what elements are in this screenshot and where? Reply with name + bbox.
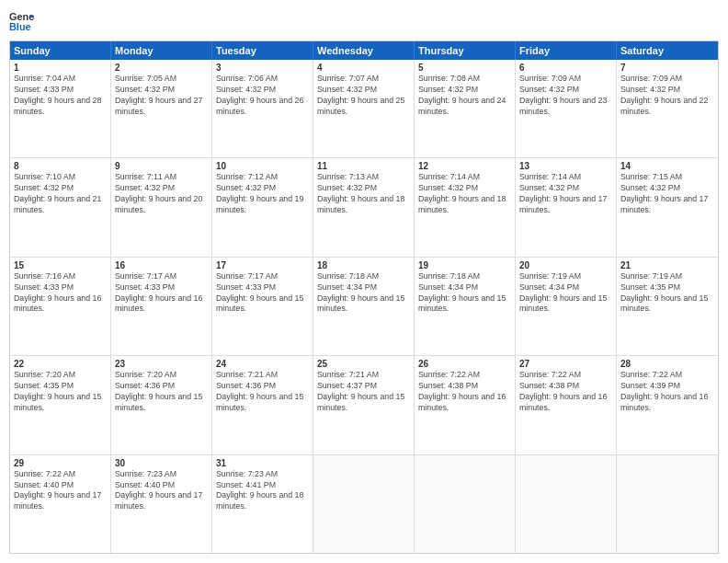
day-number: 22 [14, 359, 107, 369]
calendar-cell: 15 Sunrise: 7:16 AMSunset: 4:33 PMDaylig… [10, 258, 111, 355]
calendar-cell: 14 Sunrise: 7:15 AMSunset: 4:32 PMDaylig… [617, 158, 718, 256]
calendar-cell: 29 Sunrise: 7:22 AMSunset: 4:40 PMDaylig… [10, 455, 111, 553]
cell-info: Sunrise: 7:06 AMSunset: 4:32 PMDaylight:… [216, 74, 309, 118]
cell-info: Sunrise: 7:18 AMSunset: 4:34 PMDaylight:… [317, 271, 410, 316]
day-number: 17 [216, 260, 309, 270]
cell-info: Sunrise: 7:07 AMSunset: 4:32 PMDaylight:… [317, 74, 410, 118]
cell-info: Sunrise: 7:16 AMSunset: 4:33 PMDaylight:… [14, 271, 107, 316]
day-number: 6 [519, 63, 612, 73]
day-number: 14 [620, 161, 714, 171]
day-number: 2 [115, 63, 208, 73]
day-number: 28 [620, 359, 714, 369]
day-number: 31 [216, 458, 309, 468]
calendar-cell: 16 Sunrise: 7:17 AMSunset: 4:33 PMDaylig… [111, 258, 212, 355]
calendar-row: 1 Sunrise: 7:04 AMSunset: 4:33 PMDayligh… [10, 60, 718, 157]
day-number: 12 [418, 161, 511, 171]
calendar-cell: 22 Sunrise: 7:20 AMSunset: 4:35 PMDaylig… [10, 356, 111, 454]
cell-info: Sunrise: 7:23 AMSunset: 4:40 PMDaylight:… [115, 469, 208, 513]
day-number: 11 [317, 161, 410, 171]
calendar-cell: 25 Sunrise: 7:21 AMSunset: 4:37 PMDaylig… [313, 356, 415, 454]
cell-info: Sunrise: 7:04 AMSunset: 4:33 PMDaylight:… [14, 74, 107, 118]
calendar-row: 8 Sunrise: 7:10 AMSunset: 4:32 PMDayligh… [10, 157, 718, 256]
day-number: 16 [115, 260, 208, 270]
calendar-cell: 4 Sunrise: 7:07 AMSunset: 4:32 PMDayligh… [313, 60, 415, 157]
day-number: 1 [14, 63, 107, 73]
cell-info: Sunrise: 7:21 AMSunset: 4:37 PMDaylight:… [317, 370, 410, 414]
calendar-row: 15 Sunrise: 7:16 AMSunset: 4:33 PMDaylig… [10, 257, 718, 355]
day-number: 15 [14, 260, 107, 270]
day-number: 20 [519, 260, 612, 270]
calendar-cell: 1 Sunrise: 7:04 AMSunset: 4:33 PMDayligh… [10, 60, 111, 157]
calendar-row: 29 Sunrise: 7:22 AMSunset: 4:40 PMDaylig… [10, 454, 718, 553]
logo: General Blue [9, 9, 35, 35]
cell-info: Sunrise: 7:23 AMSunset: 4:41 PMDaylight:… [216, 469, 309, 513]
cell-info: Sunrise: 7:18 AMSunset: 4:34 PMDaylight:… [418, 271, 511, 316]
calendar-cell: 7 Sunrise: 7:09 AMSunset: 4:32 PMDayligh… [617, 60, 718, 157]
calendar-cell [415, 455, 516, 553]
cell-info: Sunrise: 7:12 AMSunset: 4:32 PMDaylight:… [216, 172, 309, 216]
calendar-cell: 28 Sunrise: 7:22 AMSunset: 4:39 PMDaylig… [617, 356, 718, 454]
calendar-cell: 3 Sunrise: 7:06 AMSunset: 4:32 PMDayligh… [212, 60, 313, 157]
day-number: 25 [317, 359, 410, 369]
weekday-header: Monday [111, 41, 212, 60]
page: General Blue SundayMondayTuesdayWednesda… [0, 0, 728, 563]
weekday-header: Saturday [617, 41, 718, 60]
calendar-body: 1 Sunrise: 7:04 AMSunset: 4:33 PMDayligh… [10, 60, 718, 553]
calendar-cell: 21 Sunrise: 7:19 AMSunset: 4:35 PMDaylig… [617, 258, 718, 355]
cell-info: Sunrise: 7:13 AMSunset: 4:32 PMDaylight:… [317, 172, 410, 216]
cell-info: Sunrise: 7:11 AMSunset: 4:32 PMDaylight:… [115, 172, 208, 216]
calendar-cell [516, 455, 617, 553]
svg-text:Blue: Blue [9, 21, 31, 32]
calendar-cell: 20 Sunrise: 7:19 AMSunset: 4:34 PMDaylig… [516, 258, 617, 355]
cell-info: Sunrise: 7:09 AMSunset: 4:32 PMDaylight:… [519, 74, 612, 118]
calendar-cell [313, 455, 415, 553]
day-number: 4 [317, 63, 410, 73]
day-number: 29 [14, 458, 107, 468]
day-number: 3 [216, 63, 309, 73]
cell-info: Sunrise: 7:17 AMSunset: 4:33 PMDaylight:… [216, 271, 309, 316]
calendar-cell: 12 Sunrise: 7:14 AMSunset: 4:32 PMDaylig… [415, 158, 516, 256]
calendar-cell: 17 Sunrise: 7:17 AMSunset: 4:33 PMDaylig… [212, 258, 313, 355]
cell-info: Sunrise: 7:22 AMSunset: 4:40 PMDaylight:… [14, 469, 107, 513]
cell-info: Sunrise: 7:20 AMSunset: 4:35 PMDaylight:… [14, 370, 107, 414]
cell-info: Sunrise: 7:09 AMSunset: 4:32 PMDaylight:… [620, 74, 714, 118]
day-number: 27 [519, 359, 612, 369]
cell-info: Sunrise: 7:19 AMSunset: 4:35 PMDaylight:… [620, 271, 714, 316]
calendar-cell: 26 Sunrise: 7:22 AMSunset: 4:38 PMDaylig… [415, 356, 516, 454]
calendar: SundayMondayTuesdayWednesdayThursdayFrid… [9, 40, 719, 554]
day-number: 23 [115, 359, 208, 369]
cell-info: Sunrise: 7:20 AMSunset: 4:36 PMDaylight:… [115, 370, 208, 414]
cell-info: Sunrise: 7:22 AMSunset: 4:38 PMDaylight:… [519, 370, 612, 414]
day-number: 10 [216, 161, 309, 171]
day-number: 13 [519, 161, 612, 171]
cell-info: Sunrise: 7:21 AMSunset: 4:36 PMDaylight:… [216, 370, 309, 414]
calendar-cell: 30 Sunrise: 7:23 AMSunset: 4:40 PMDaylig… [111, 455, 212, 553]
calendar-cell: 10 Sunrise: 7:12 AMSunset: 4:32 PMDaylig… [212, 158, 313, 256]
header: General Blue [9, 9, 719, 35]
cell-info: Sunrise: 7:08 AMSunset: 4:32 PMDaylight:… [418, 74, 511, 118]
calendar-cell: 5 Sunrise: 7:08 AMSunset: 4:32 PMDayligh… [415, 60, 516, 157]
calendar-cell: 31 Sunrise: 7:23 AMSunset: 4:41 PMDaylig… [212, 455, 313, 553]
cell-info: Sunrise: 7:05 AMSunset: 4:32 PMDaylight:… [115, 74, 208, 118]
calendar-row: 22 Sunrise: 7:20 AMSunset: 4:35 PMDaylig… [10, 355, 718, 454]
day-number: 7 [620, 63, 714, 73]
calendar-cell: 24 Sunrise: 7:21 AMSunset: 4:36 PMDaylig… [212, 356, 313, 454]
cell-info: Sunrise: 7:15 AMSunset: 4:32 PMDaylight:… [620, 172, 714, 216]
calendar-cell: 19 Sunrise: 7:18 AMSunset: 4:34 PMDaylig… [415, 258, 516, 355]
calendar-cell: 23 Sunrise: 7:20 AMSunset: 4:36 PMDaylig… [111, 356, 212, 454]
cell-info: Sunrise: 7:14 AMSunset: 4:32 PMDaylight:… [418, 172, 511, 216]
calendar-cell: 27 Sunrise: 7:22 AMSunset: 4:38 PMDaylig… [516, 356, 617, 454]
day-number: 9 [115, 161, 208, 171]
day-number: 21 [620, 260, 714, 270]
weekday-header: Thursday [415, 41, 516, 60]
day-number: 8 [14, 161, 107, 171]
calendar-cell: 11 Sunrise: 7:13 AMSunset: 4:32 PMDaylig… [313, 158, 415, 256]
day-number: 30 [115, 458, 208, 468]
day-number: 26 [418, 359, 511, 369]
weekday-header: Tuesday [212, 41, 313, 60]
weekday-header: Wednesday [313, 41, 415, 60]
cell-info: Sunrise: 7:14 AMSunset: 4:32 PMDaylight:… [519, 172, 612, 216]
calendar-cell [617, 455, 718, 553]
calendar-cell: 9 Sunrise: 7:11 AMSunset: 4:32 PMDayligh… [111, 158, 212, 256]
calendar-cell: 8 Sunrise: 7:10 AMSunset: 4:32 PMDayligh… [10, 158, 111, 256]
